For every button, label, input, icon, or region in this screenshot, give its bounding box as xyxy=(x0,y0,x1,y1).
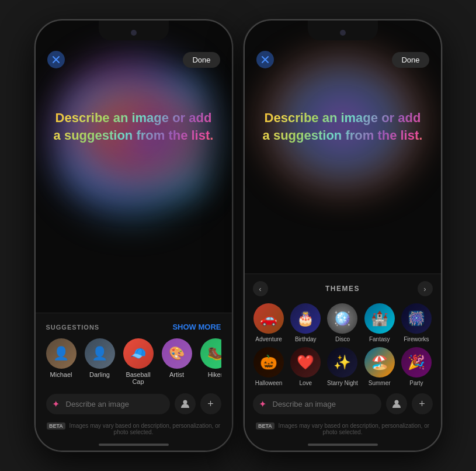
input-bar-2: ✦ + xyxy=(253,393,433,420)
person-button[interactable] xyxy=(175,393,196,414)
theme-summer-label: Summer xyxy=(369,380,391,386)
theme-halloween[interactable]: 🎃 Halloween xyxy=(253,347,285,386)
suggestion-name-darling: Darling xyxy=(89,371,110,378)
camera-dot xyxy=(131,30,137,36)
theme-party[interactable]: 🎉 Party xyxy=(400,347,432,386)
theme-fantasy[interactable]: 🏰 Fantasy xyxy=(363,303,395,342)
theme-love-icon: ❤️ xyxy=(290,347,321,378)
theme-fireworks-label: Fireworks xyxy=(404,336,429,342)
beta-bar: BETA Images may vary based on descriptio… xyxy=(46,420,221,441)
theme-birthday-label: Birthday xyxy=(295,336,317,342)
person-icon xyxy=(180,399,190,408)
describe-image-input-2[interactable] xyxy=(253,394,381,414)
sparkle-icon: ✦ xyxy=(52,399,60,410)
input-wrapper: ✦ xyxy=(46,394,170,414)
beta-tag-2: BETA xyxy=(256,422,275,430)
avatar-artist: 🎨 xyxy=(162,338,192,369)
close-icon xyxy=(52,56,60,64)
beta-text: Images may vary based on description, pe… xyxy=(70,422,220,435)
suggestion-darling[interactable]: 👤 Darling xyxy=(85,338,115,385)
home-indicator xyxy=(99,444,169,446)
suggestion-hiker[interactable]: 🥾 Hiker xyxy=(200,338,221,385)
theme-starry-icon: ✨ xyxy=(327,347,357,378)
done-button[interactable]: Done xyxy=(183,52,220,68)
suggestion-name-michael: Michael xyxy=(50,371,72,378)
plus-icon: + xyxy=(207,399,214,409)
sparkle-icon-2: ✦ xyxy=(259,399,266,410)
top-bar: Done xyxy=(36,20,232,74)
theme-fireworks-icon: 🎆 xyxy=(401,303,432,334)
suggestions-label: SUGGESTIONS xyxy=(46,324,100,331)
theme-love-label: Love xyxy=(299,380,312,386)
suggestions-list: 👤 Michael 👤 Darling 🧢 Baseball Cap 🎨 Art… xyxy=(46,338,221,385)
theme-halloween-label: Halloween xyxy=(255,380,283,386)
add-button-2[interactable]: + xyxy=(412,393,433,414)
theme-adventure-icon: 🚗 xyxy=(253,303,284,334)
theme-starry-night[interactable]: ✨ Starry Night xyxy=(326,347,359,386)
suggestion-michael[interactable]: 👤 Michael xyxy=(46,338,77,385)
add-button[interactable]: + xyxy=(200,393,221,414)
top-bar-2: Done xyxy=(245,20,441,74)
theme-fantasy-icon: 🏰 xyxy=(364,303,395,334)
person-icon-2 xyxy=(392,399,401,408)
avatar-hiker: 🥾 xyxy=(200,338,221,369)
theme-disco[interactable]: 🪩 Disco xyxy=(326,303,359,342)
svg-point-2 xyxy=(183,400,187,404)
avatar-cap: 🧢 xyxy=(123,338,154,369)
describe-image-input[interactable] xyxy=(46,394,170,414)
themes-next-button[interactable]: › xyxy=(418,281,433,296)
theme-love[interactable]: ❤️ Love xyxy=(290,347,322,386)
person-button-2[interactable] xyxy=(386,393,407,414)
themes-prev-button[interactable]: ‹ xyxy=(253,281,268,296)
theme-summer[interactable]: 🏖️ Summer xyxy=(363,347,395,386)
theme-summer-icon: 🏖️ xyxy=(364,347,395,378)
beta-tag: BETA xyxy=(47,422,65,430)
main-content: Describe an image or add a suggestion fr… xyxy=(36,74,232,313)
show-more-button[interactable]: SHOW MORE xyxy=(172,323,221,331)
suggestion-name-hiker: Hiker xyxy=(208,371,221,378)
suggestion-name-artist: Artist xyxy=(169,371,184,378)
phones-container: Done Describe an image or add a suggesti… xyxy=(34,19,442,452)
theme-birthday[interactable]: 🎂 Birthday xyxy=(290,303,322,342)
theme-starry-label: Starry Night xyxy=(327,380,358,386)
suggestions-header: SUGGESTIONS SHOW MORE xyxy=(46,323,221,331)
theme-birthday-icon: 🎂 xyxy=(290,303,321,334)
beta-bar-2: BETA Images may vary based on descriptio… xyxy=(253,420,433,441)
theme-adventure-label: Adventure xyxy=(255,336,282,342)
avatar-michael: 👤 xyxy=(46,338,77,369)
camera-dot-2 xyxy=(340,30,346,36)
theme-disco-label: Disco xyxy=(335,336,350,342)
input-wrapper-2: ✦ xyxy=(253,394,381,414)
input-bar: ✦ + xyxy=(46,393,221,420)
suggestion-baseball-cap[interactable]: 🧢 Baseball Cap xyxy=(123,338,154,385)
theme-fantasy-label: Fantasy xyxy=(369,336,390,342)
main-prompt-text-2: Describe an image or add a suggestion fr… xyxy=(245,109,441,144)
themes-header: ‹ THEMES › xyxy=(253,281,433,296)
main-content-2: Describe an image or add a suggestion fr… xyxy=(245,74,441,273)
suggestion-artist[interactable]: 🎨 Artist xyxy=(162,338,192,385)
phone-1: Done Describe an image or add a suggesti… xyxy=(34,19,233,452)
themes-grid: 🚗 Adventure 🎂 Birthday 🪩 Disco 🏰 Fantasy xyxy=(253,303,433,386)
themes-label: THEMES xyxy=(268,285,418,293)
beta-text-2: Images may vary based on description, pe… xyxy=(279,422,429,435)
theme-fireworks[interactable]: 🎆 Fireworks xyxy=(400,303,432,342)
main-prompt-text: Describe an image or add a suggestion fr… xyxy=(36,109,232,144)
theme-party-icon: 🎉 xyxy=(401,347,432,378)
plus-icon-2: + xyxy=(419,399,425,409)
theme-halloween-icon: 🎃 xyxy=(253,347,284,378)
home-indicator-2 xyxy=(308,444,378,446)
done-button-2[interactable]: Done xyxy=(392,52,429,68)
theme-adventure[interactable]: 🚗 Adventure xyxy=(253,303,285,342)
suggestion-name-cap: Baseball Cap xyxy=(123,371,154,385)
avatar-darling: 👤 xyxy=(85,338,115,369)
theme-disco-icon: 🪩 xyxy=(327,303,357,334)
close-button-2[interactable] xyxy=(256,51,274,68)
svg-point-5 xyxy=(394,400,398,404)
theme-party-label: Party xyxy=(409,380,423,386)
themes-panel: ‹ THEMES › 🚗 Adventure 🎂 Birthday xyxy=(245,273,441,451)
phone-2: Done Describe an image or add a suggesti… xyxy=(244,19,442,452)
bottom-panel: SUGGESTIONS SHOW MORE 👤 Michael 👤 Darlin… xyxy=(36,313,232,451)
close-button[interactable] xyxy=(47,51,65,68)
close-icon-2 xyxy=(261,56,269,64)
